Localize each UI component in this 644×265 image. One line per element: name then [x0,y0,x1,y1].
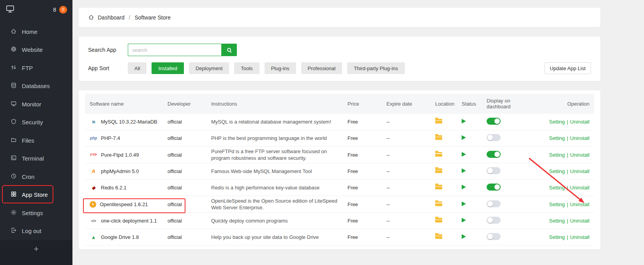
sidebar-item-settings[interactable]: Settings [0,204,72,222]
status-play-icon[interactable] [462,152,466,157]
sidebar-item-terminal[interactable]: Terminal [0,150,72,168]
filter-tab-deployment[interactable]: Deployment [189,62,229,74]
sidebar-item-databases[interactable]: Databases [0,77,72,95]
toggle-knob [494,152,500,157]
location-folder-icon[interactable] [435,201,442,206]
location-folder-icon[interactable] [435,234,442,239]
developer: official [163,216,206,225]
expire-date: -- [382,150,431,159]
uninstall-link[interactable]: Uninstall [570,168,589,174]
breadcrumb-dashboard-link[interactable]: Dashboard [98,14,125,21]
redis-logo: ◆ [90,185,97,191]
uninstall-link[interactable]: Uninstall [570,201,589,207]
sidebar-add-button[interactable]: + [0,240,72,265]
dashboard-toggle[interactable] [487,217,501,224]
operation-separator: | [567,185,568,191]
filter-panel: Search App App Sort All Installed Deploy… [79,37,600,81]
status-play-icon[interactable] [462,168,466,173]
table-row: ϟ Openlitespeed 1.6.21 official OpenLite… [85,196,594,213]
sidebar-item-security[interactable]: Security [0,113,72,132]
setting-link[interactable]: Setting [549,234,565,240]
location-folder-icon[interactable] [435,185,442,189]
update-app-list-button[interactable]: Update App List [544,62,591,74]
grid-icon [11,191,17,198]
status-play-icon[interactable] [462,135,466,140]
location-folder-icon[interactable] [435,119,442,124]
filter-tab-third-party-plug-ins[interactable]: Third-party Plug-ins [347,62,404,74]
folder-outline-icon [11,137,17,144]
sidebar-item-monitor[interactable]: Monitor [0,95,72,113]
status-play-icon[interactable] [462,218,466,223]
dashboard-toggle[interactable] [487,233,501,240]
dashboard-toggle[interactable] [487,118,501,125]
instructions: Help you back up your site data to Googl… [206,232,343,242]
setting-link[interactable]: Setting [549,218,565,224]
notification-badge[interactable]: 0 [59,6,67,14]
operation-separator: | [567,168,568,174]
setting-link[interactable]: Setting [549,135,565,141]
software-name: Google Drive 1.8 [101,234,139,240]
uninstall-link[interactable]: Uninstall [570,119,589,125]
status-play-icon[interactable] [462,119,466,124]
location-folder-icon[interactable] [435,152,442,157]
sidebar-header: 8 0 [0,0,72,19]
dashboard-toggle[interactable] [487,200,501,207]
setting-link[interactable]: Setting [549,168,565,174]
sidebar: 8 0 Home Website FTP Databases Monit [0,0,72,265]
search-label: Search App [88,47,128,53]
header-location: Location [431,99,457,108]
filter-tab-installed[interactable]: Installed [152,62,183,74]
setting-link[interactable]: Setting [549,201,565,207]
filter-tab-tools[interactable]: Tools [234,62,259,74]
app-sort-label: App Sort [88,65,128,71]
filter-tab-plug-ins[interactable]: Plug-ins [265,62,296,74]
software-name: one-click deployment 1.1 [101,218,157,224]
search-button[interactable] [221,44,237,56]
instructions: PHP is the best programming language in … [206,133,343,143]
dashboard-toggle[interactable] [487,167,501,174]
sidebar-item-app-store[interactable]: App Store [0,186,72,204]
breadcrumb: Dashboard / Software Store [79,8,600,27]
sort-row: App Sort All Installed Deployment Tools … [88,62,591,74]
status-play-icon[interactable] [462,234,466,239]
setting-link[interactable]: Setting [549,185,565,191]
uninstall-link[interactable]: Uninstall [570,152,589,158]
sidebar-item-website[interactable]: Website [0,41,72,59]
expire-date: -- [382,200,431,209]
instructions: OpenLiteSpeed is the Open Source edition… [206,196,343,212]
header-operation: Operation [528,99,594,108]
filter-tab-professional[interactable]: Professional [301,62,342,74]
sidebar-item-label: FTP [22,65,33,71]
location-folder-icon[interactable] [435,135,442,140]
server-monitor-icon [5,5,15,14]
sidebar-item-ftp[interactable]: FTP [0,59,72,77]
expire-date: -- [382,134,431,143]
uninstall-link[interactable]: Uninstall [570,135,589,141]
sidebar-item-cron[interactable]: Cron [0,168,72,186]
header-price: Price [343,99,382,108]
uninstall-link[interactable]: Uninstall [570,218,589,224]
table-row: </> one-click deployment 1.1 official Qu… [85,213,594,229]
sidebar-item-label: App Store [22,191,48,198]
location-folder-icon[interactable] [435,218,442,223]
dashboard-toggle[interactable] [487,184,501,191]
location-folder-icon[interactable] [435,168,442,173]
filter-tab-all[interactable]: All [128,62,146,74]
table-row: FTP Pure-Ftpd 1.0.49 official PureFTPd i… [85,147,594,163]
sidebar-item-log-out[interactable]: Log out [0,222,72,240]
search-input[interactable] [128,44,221,56]
table-row: A phpMyAdmin 5.0 official Famous Web-sid… [85,163,594,180]
uninstall-link[interactable]: Uninstall [570,185,589,191]
sidebar-item-home[interactable]: Home [0,23,72,41]
dashboard-toggle[interactable] [487,151,501,158]
price: Free [343,183,382,192]
setting-link[interactable]: Setting [549,119,565,125]
status-play-icon[interactable] [462,201,466,206]
dashboard-toggle[interactable] [487,134,501,141]
setting-link[interactable]: Setting [549,152,565,158]
uninstall-link[interactable]: Uninstall [570,234,589,240]
status-play-icon[interactable] [462,185,466,189]
sidebar-item-files[interactable]: Files [0,131,72,150]
price: Free [343,134,382,143]
header-status: Status [457,99,482,108]
